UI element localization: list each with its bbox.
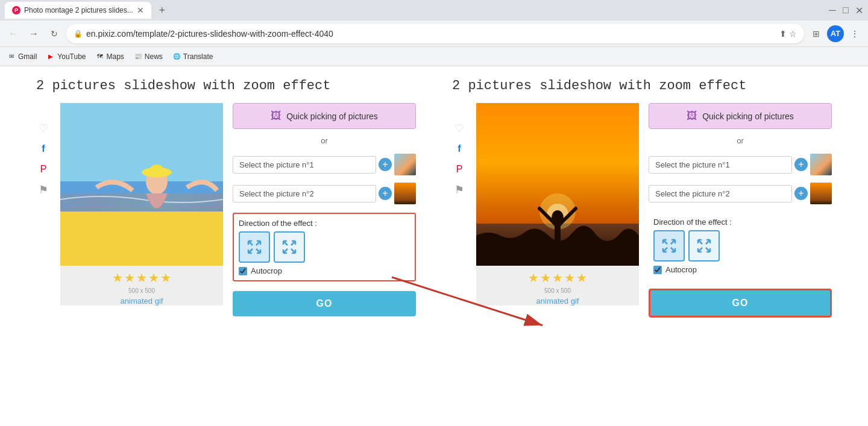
share-icon[interactable]: ⬆ <box>779 29 787 39</box>
window-controls: ─ □ ✕ <box>828 6 863 14</box>
address-bar[interactable]: 🔒 en.pixiz.com/template/2-pictures-slide… <box>66 24 804 43</box>
right-or-text: or <box>649 136 832 145</box>
left-direction-box: Direction of the effect : <box>233 213 416 281</box>
compress-icon-1 <box>245 238 263 256</box>
facebook-icon[interactable]: f <box>36 142 51 156</box>
bookmark-translate[interactable]: 🌐 Translate <box>172 52 213 61</box>
left-direction-button-2[interactable] <box>274 231 305 263</box>
left-select-picture-2-row: Select the picture n°2 + <box>233 183 416 204</box>
left-quick-pick-button[interactable]: 🖼 Quick picking of pictures <box>233 103 416 129</box>
left-stars: ★ ★ ★ ★ ★ <box>112 271 171 285</box>
back-button[interactable]: ← <box>5 25 22 42</box>
left-template-row: ♡ f P ⚑ <box>36 103 416 316</box>
new-tab-button[interactable]: + <box>154 2 171 19</box>
right-add-picture-2-button[interactable]: + <box>794 187 808 200</box>
beach-image <box>60 103 223 266</box>
close-button[interactable]: ✕ <box>855 6 863 14</box>
tab-close-button[interactable]: ✕ <box>137 5 144 15</box>
left-animated-gif-link[interactable]: animated gif <box>121 296 163 305</box>
right-controls-panel: 🖼 Quick picking of pictures or Select th… <box>649 103 832 318</box>
right-direction-button-1[interactable] <box>653 230 685 262</box>
bookmark-gmail[interactable]: ✉ Gmail <box>7 52 37 61</box>
right-size-label: 500 x 500 <box>544 287 571 294</box>
nav-actions: ⊞ AT ⋮ <box>808 25 863 42</box>
compress-icon-2 <box>660 237 678 255</box>
forward-button[interactable]: → <box>25 25 42 42</box>
right-go-button[interactable]: GO <box>649 289 832 318</box>
left-controls-panel: 🖼 Quick picking of pictures or Select th… <box>233 103 416 316</box>
thumb-beach-image <box>394 154 416 175</box>
left-autocrop-checkbox[interactable] <box>239 267 247 275</box>
heart-icon[interactable]: ♡ <box>36 121 51 136</box>
expand-icon-2 <box>695 237 713 255</box>
right-autocrop-label: Autocrop <box>665 265 697 274</box>
maps-icon: 🗺 <box>96 52 104 61</box>
left-thumbnail-2 <box>394 183 416 204</box>
right-select-picture-2-button[interactable]: Select the picture n°2 <box>649 185 792 202</box>
left-add-picture-1-button[interactable]: + <box>379 158 392 171</box>
right-quick-pick-icon: 🖼 <box>687 110 697 122</box>
left-preview-box: ★ ★ ★ ★ ★ 500 x 500 animated gif <box>60 103 223 305</box>
bookmark-maps[interactable]: 🗺 Maps <box>96 52 124 61</box>
right-autocrop-checkbox[interactable] <box>653 266 662 274</box>
menu-button[interactable]: ⋮ <box>846 25 863 42</box>
right-heart-icon[interactable]: ♡ <box>452 121 467 136</box>
browser-tab[interactable]: P Photo montage 2 pictures slides... ✕ <box>5 2 151 19</box>
right-select-picture-2-label: Select the picture n°2 <box>655 189 730 198</box>
right-section-title: 2 pictures slideshow with zoom effect <box>452 78 832 93</box>
right-thumb-sunset-image <box>810 183 832 204</box>
maximize-button[interactable]: □ <box>841 6 850 14</box>
beach-svg <box>60 103 223 266</box>
left-add-picture-2-button[interactable]: + <box>379 187 392 200</box>
svg-point-5 <box>149 164 164 177</box>
bookmark-star-icon[interactable]: ☆ <box>789 29 797 39</box>
right-animated-gif-link[interactable]: animated gif <box>536 296 579 305</box>
left-panel: 2 pictures slideshow with zoom effect ♡ … <box>36 78 416 318</box>
left-autocrop-row: Autocrop <box>239 266 410 275</box>
page-content: 2 pictures slideshow with zoom effect ♡ … <box>0 66 868 426</box>
extensions-button[interactable]: ⊞ <box>808 25 825 42</box>
user-avatar[interactable]: AT <box>827 25 844 42</box>
bookmark-translate-label: Translate <box>183 52 213 61</box>
right-quick-pick-button[interactable]: 🖼 Quick picking of pictures <box>649 103 832 129</box>
left-select-picture-2-label: Select the picture n°2 <box>239 189 314 198</box>
right-template-row: ♡ f P ⚑ <box>452 103 832 318</box>
right-add-picture-1-button[interactable]: + <box>794 158 808 171</box>
url-text: en.pixiz.com/template/2-pictures-slidesh… <box>86 29 776 39</box>
bookmark-news-label: News <box>145 52 163 61</box>
left-go-button[interactable]: GO <box>233 291 416 316</box>
bookmark-youtube[interactable]: ▶ YouTube <box>46 52 86 61</box>
left-direction-buttons <box>239 231 410 263</box>
left-direction-button-1[interactable] <box>239 231 270 263</box>
gmail-icon: ✉ <box>7 52 16 61</box>
minimize-button[interactable]: ─ <box>828 6 837 14</box>
bookmark-news[interactable]: 📰 News <box>134 52 163 61</box>
translate-icon: 🌐 <box>172 52 181 61</box>
left-section-title: 2 pictures slideshow with zoom effect <box>36 78 416 93</box>
pinterest-icon[interactable]: P <box>36 162 51 177</box>
flag-icon[interactable]: ⚑ <box>36 183 51 197</box>
right-pinterest-icon[interactable]: P <box>452 162 467 177</box>
right-direction-button-2[interactable] <box>688 230 720 262</box>
browser-chrome: P Photo montage 2 pictures slides... ✕ +… <box>0 0 868 66</box>
secure-icon: 🔒 <box>74 30 83 38</box>
right-flag-icon[interactable]: ⚑ <box>452 183 467 197</box>
quick-pick-icon: 🖼 <box>271 110 281 122</box>
right-facebook-icon[interactable]: f <box>452 142 467 156</box>
bookmark-youtube-label: YouTube <box>57 52 86 61</box>
tab-title: Photo montage 2 pictures slides... <box>24 6 133 14</box>
right-panel: 2 pictures slideshow with zoom effect ♡ … <box>452 78 832 318</box>
left-select-picture-2-button[interactable]: Select the picture n°2 <box>233 185 376 202</box>
right-direction-label: Direction of the effect : <box>653 218 827 227</box>
refresh-button[interactable]: ↻ <box>46 25 63 42</box>
right-stars: ★ ★ ★ ★ ★ <box>528 271 587 285</box>
left-or-text: or <box>233 136 416 145</box>
right-select-picture-1-button[interactable]: Select the picture n°1 <box>649 156 792 174</box>
page-inner: 2 pictures slideshow with zoom effect ♡ … <box>0 66 868 330</box>
svg-rect-2 <box>60 211 223 266</box>
left-autocrop-label: Autocrop <box>251 266 282 275</box>
right-thumbnail-2 <box>810 183 832 204</box>
left-select-picture-1-button[interactable]: Select the picture n°1 <box>233 156 376 174</box>
left-direction-label: Direction of the effect : <box>239 219 410 228</box>
left-size-label: 500 x 500 <box>128 287 155 294</box>
